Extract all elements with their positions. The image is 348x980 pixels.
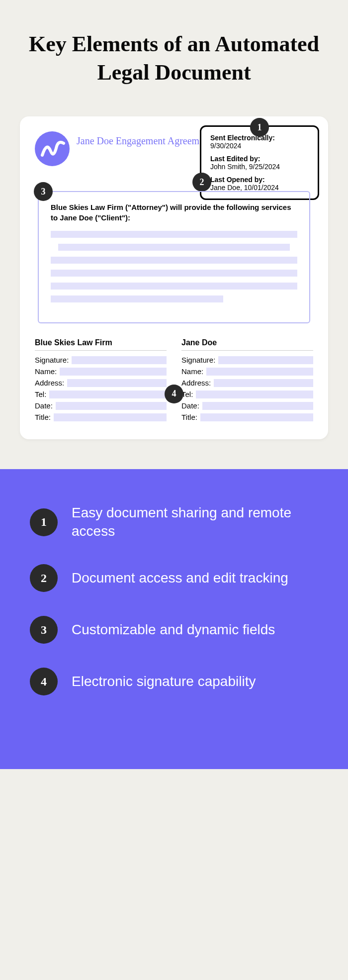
- callout-badge-1: 1: [250, 118, 269, 137]
- sig-field: [202, 402, 313, 410]
- feature-row: 3 Customizable and dynamic fields: [30, 616, 318, 644]
- sig-field: [72, 356, 167, 364]
- meta-opened: Last Opened by: Jane Doe, 10/01/2024: [210, 176, 309, 192]
- feature-text: Document access and edit tracking: [72, 569, 288, 587]
- sig-label: Name:: [35, 367, 57, 376]
- signature-col-firm: Blue Skies Law Firm Signature: Name: Add…: [35, 338, 167, 424]
- feature-row: 4 Electronic signature capability: [30, 668, 318, 695]
- sig-field: [196, 391, 313, 398]
- placeholder-line: [51, 295, 223, 302]
- document-title: Jane Doe Engagement Agreement: [77, 134, 212, 147]
- sig-label: Address:: [35, 379, 64, 387]
- sig-row: Date:: [35, 401, 167, 410]
- feature-badge: 3: [30, 616, 58, 644]
- placeholder-line: [51, 257, 297, 264]
- sig-row: Tel:: [181, 390, 313, 398]
- placeholder-line: [51, 270, 297, 277]
- sig-label: Address:: [181, 379, 211, 387]
- meta-edited-value: John Smith, 9/25/2024: [210, 163, 309, 171]
- meta-sent-value: 9/30/2024: [210, 142, 309, 150]
- sig-label: Name:: [181, 367, 203, 376]
- feature-row: 1 Easy document sharing and remote acces…: [30, 504, 318, 540]
- meta-edited: Last Edited by: John Smith, 9/25/2024: [210, 155, 309, 171]
- feature-text: Electronic signature capability: [72, 673, 256, 690]
- meta-edited-label: Last Edited by:: [210, 155, 309, 163]
- page-title: Key Elements of an Automated Legal Docum…: [0, 0, 348, 106]
- sig-label: Date:: [181, 401, 199, 410]
- signature-grid: 4 Blue Skies Law Firm Signature: Name: A…: [35, 338, 313, 424]
- feature-badge: 4: [30, 668, 58, 695]
- sig-row: Name:: [181, 367, 313, 376]
- metadata-box: 1 2 Sent Electronically: 9/30/2024 Last …: [200, 125, 319, 200]
- feature-badge: 2: [30, 564, 58, 592]
- sig-field: [60, 368, 167, 376]
- feature-text: Customizable and dynamic fields: [72, 621, 275, 639]
- callout-badge-4: 4: [165, 385, 183, 403]
- callout-badge-3: 3: [34, 182, 53, 201]
- sig-label: Title:: [35, 413, 51, 421]
- meta-opened-label: Last Opened by:: [210, 176, 309, 184]
- sig-field: [214, 379, 313, 387]
- signature-header: Jane Doe: [181, 338, 313, 347]
- sig-field: [54, 413, 167, 421]
- sig-row: Title:: [35, 413, 167, 421]
- placeholder-line: [51, 283, 297, 290]
- content-box: 3 Blue Skies Law Firm ("Attorney") will …: [38, 191, 310, 323]
- feature-badge: 1: [30, 508, 58, 536]
- sig-label: Date:: [35, 401, 53, 410]
- meta-opened-value: Jane Doe, 10/01/2024: [210, 184, 309, 192]
- sig-field: [49, 391, 167, 398]
- firm-logo-icon: [35, 131, 70, 166]
- divider: [35, 350, 167, 351]
- sig-row: Signature:: [181, 356, 313, 364]
- sig-row: Title:: [181, 413, 313, 421]
- sig-label: Signature:: [35, 356, 69, 364]
- sig-label: Tel:: [35, 390, 46, 398]
- document-card: Jane Doe Engagement Agreement 1 2 Sent E…: [20, 116, 328, 439]
- divider: [181, 350, 313, 351]
- content-text: Blue Skies Law Firm ("Attorney") will pr…: [51, 202, 297, 223]
- placeholder-line: [51, 231, 297, 238]
- sig-row: Name:: [35, 367, 167, 376]
- feature-text: Easy document sharing and remote access: [72, 504, 318, 540]
- sig-row: Address:: [181, 379, 313, 387]
- sig-row: Signature:: [35, 356, 167, 364]
- sig-field: [218, 356, 313, 364]
- sig-label: Signature:: [181, 356, 215, 364]
- sig-label: Title:: [181, 413, 197, 421]
- callout-badge-2: 2: [192, 173, 211, 192]
- sig-row: Date:: [181, 401, 313, 410]
- signature-col-client: Jane Doe Signature: Name: Address: Tel: …: [181, 338, 313, 424]
- sig-row: Tel:: [35, 390, 167, 398]
- placeholder-line: [58, 244, 290, 251]
- features-panel: 1 Easy document sharing and remote acces…: [0, 469, 348, 769]
- sig-field: [56, 402, 167, 410]
- sig-field: [67, 379, 167, 387]
- sig-field: [206, 368, 313, 376]
- sig-field: [200, 413, 313, 421]
- signature-header: Blue Skies Law Firm: [35, 338, 167, 347]
- feature-row: 2 Document access and edit tracking: [30, 564, 318, 592]
- sig-row: Address:: [35, 379, 167, 387]
